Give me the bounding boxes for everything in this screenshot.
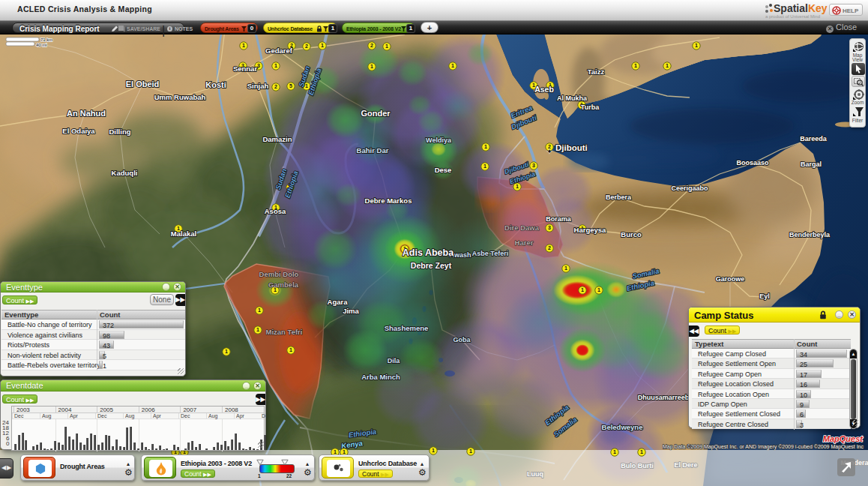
svg-text:1: 1 [613, 449, 616, 454]
svg-text:1: 1 [634, 63, 637, 68]
svg-text:Kaduqli: Kaduqli [112, 169, 138, 177]
svg-text:1: 1 [640, 449, 643, 454]
svg-text:Dhuusamarreeb: Dhuusamarreeb [638, 394, 690, 401]
svg-text:Dire Dawa: Dire Dawa [504, 224, 540, 232]
svg-text:Kosti: Kosti [205, 80, 226, 89]
svg-text:5: 5 [289, 83, 292, 88]
svg-text:Weldiya: Weldiya [426, 136, 452, 144]
svg-text:Gonder: Gonder [361, 109, 391, 118]
svg-text:Garoowe: Garoowe [716, 275, 745, 283]
svg-text:1: 1 [564, 266, 567, 271]
svg-text:Beledweyne: Beledweyne [602, 423, 643, 431]
svg-text:1: 1 [242, 43, 245, 48]
svg-text:Bargal: Bargal [801, 160, 822, 168]
svg-text:Sennar: Sennar [233, 64, 258, 73]
svg-text:Debre Markos: Debre Markos [365, 196, 412, 205]
svg-text:Ceerigaabo: Ceerigaabo [671, 184, 708, 192]
svg-text:1: 1 [256, 327, 259, 332]
svg-text:1: 1 [516, 184, 519, 189]
svg-text:Umm Ruwabah: Umm Ruwabah [154, 93, 206, 101]
svg-text:Gedaref: Gedaref [265, 46, 293, 55]
svg-text:Dese: Dese [435, 166, 452, 174]
svg-text:40 mi: 40 mi [36, 43, 47, 47]
svg-text:Dila: Dila [388, 357, 401, 364]
svg-text:1: 1 [581, 287, 584, 292]
svg-text:1: 1 [225, 349, 228, 354]
svg-text:MapQuest: MapQuest [823, 434, 864, 443]
svg-text:Al Mukha: Al Mukha [557, 94, 588, 102]
svg-text:2: 2 [370, 43, 373, 48]
svg-text:Turba: Turba [581, 104, 600, 111]
svg-text:Asbe Teferi: Asbe Teferi [472, 250, 508, 257]
svg-text:1: 1 [289, 347, 292, 352]
svg-text:Dilling: Dilling [109, 128, 130, 136]
svg-text:1: 1 [451, 63, 454, 68]
svg-text:1: 1 [597, 287, 600, 292]
svg-text:Mizan Tefri: Mizan Tefri [266, 328, 303, 336]
svg-text:Agara: Agara [328, 298, 349, 306]
svg-text:Bareeda: Bareeda [800, 135, 828, 142]
svg-text:2: 2 [548, 245, 551, 250]
svg-text:Arba Minch: Arba Minch [361, 373, 400, 381]
svg-text:1: 1 [432, 448, 435, 453]
svg-text:Shashemene: Shashemene [385, 324, 429, 332]
svg-text:Hargeysa: Hargeysa [574, 226, 606, 234]
svg-text:Map Data ©2009 MapQuest Inc. o: Map Data ©2009 MapQuest Inc. or AND Imag… [663, 444, 864, 450]
svg-text:1: 1 [321, 43, 324, 48]
svg-text:1: 1 [258, 308, 261, 313]
svg-text:1: 1 [370, 64, 373, 69]
svg-text:Eyl: Eyl [759, 292, 770, 300]
svg-text:Bahir Dar: Bahir Dar [357, 146, 389, 154]
svg-text:Boosaaso: Boosaaso [736, 159, 769, 166]
svg-text:1: 1 [469, 448, 472, 454]
svg-text:Berbera: Berbera [606, 194, 632, 201]
svg-text:1: 1 [666, 63, 669, 68]
svg-text:2: 2 [305, 44, 308, 49]
svg-text:1: 1 [695, 43, 698, 48]
svg-text:3: 3 [532, 163, 535, 168]
svg-text:1: 1 [274, 63, 277, 68]
svg-text:✦: ✦ [546, 148, 552, 155]
svg-text:Burco: Burco [621, 230, 642, 238]
svg-text:Jima: Jima [343, 307, 359, 315]
svg-text:Sinjah: Sinjah [247, 82, 269, 90]
svg-text:Benderbeyla: Benderbeyla [789, 231, 831, 238]
svg-text:Dembi Dolo: Dembi Dolo [259, 270, 299, 278]
svg-text:Debre Zeyt: Debre Zeyt [411, 261, 452, 270]
svg-text:El Obeid: El Obeid [126, 80, 160, 88]
svg-text:Adis Abeba: Adis Abeba [403, 248, 454, 258]
svg-text:Borama: Borama [546, 215, 572, 223]
svg-text:El Odaiya: El Odaiya [62, 127, 95, 135]
svg-text:Asosa: Asosa [265, 207, 286, 215]
svg-text:Taizz: Taizz [588, 68, 605, 76]
svg-text:3: 3 [257, 63, 260, 68]
svg-text:An Nahud: An Nahud [67, 109, 106, 118]
svg-text:Gambela: Gambela [268, 280, 299, 289]
svg-text:1: 1 [385, 44, 388, 49]
svg-text:Aseb: Aseb [534, 85, 554, 94]
svg-text:71 km: 71 km [40, 38, 52, 42]
svg-text:Harer: Harer [515, 238, 534, 247]
svg-text:1: 1 [483, 164, 486, 169]
svg-text:Djibouti: Djibouti [555, 143, 588, 152]
svg-text:1: 1 [484, 144, 487, 149]
svg-text:3: 3 [548, 225, 551, 230]
svg-text:2: 2 [274, 84, 277, 89]
svg-text:Goba: Goba [453, 336, 471, 344]
svg-text:Malakal: Malakal [171, 230, 196, 238]
svg-text:Damazin: Damazin [262, 135, 292, 143]
